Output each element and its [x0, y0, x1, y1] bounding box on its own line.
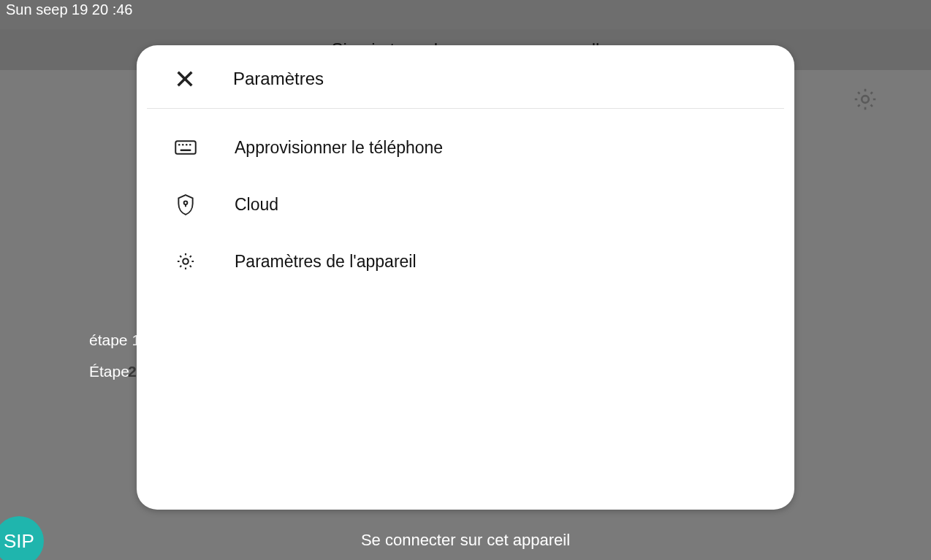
footer-signin-label: Se connecter sur cet appareil — [361, 531, 570, 549]
step-2-number: 2 — [128, 363, 137, 380]
gear-icon[interactable] — [852, 86, 878, 112]
settings-item-provision-phone[interactable]: Approvisionner le téléphone — [173, 119, 758, 176]
sip-badge[interactable]: SIP — [0, 516, 44, 560]
settings-list: Approvisionner le téléphone Cloud Paramè… — [137, 109, 794, 300]
svg-rect-3 — [175, 141, 196, 154]
step-2: Étape2 — [89, 363, 140, 380]
settings-item-label: Paramètres de l'appareil — [235, 252, 417, 272]
settings-item-device-settings[interactable]: Paramètres de l'appareil — [173, 233, 758, 290]
keyboard-icon — [173, 135, 198, 160]
status-datetime: Sun seep 19 20 :46 — [6, 1, 132, 18]
gear-icon — [173, 249, 198, 274]
modal-header: Paramètres — [147, 45, 784, 109]
settings-item-label: Approvisionner le téléphone — [235, 138, 443, 158]
step-1-label: étape 1 — [89, 331, 140, 348]
settings-modal: Paramètres Approvisionner le téléphone — [137, 45, 794, 510]
step-2-label: Étape — [89, 363, 129, 380]
status-bar: Sun seep 19 20 :46 — [0, 0, 931, 29]
svg-point-9 — [184, 202, 188, 205]
footer-signin-text[interactable]: Se connecter sur cet appareil — [0, 531, 931, 550]
svg-point-0 — [862, 96, 869, 103]
steps-list: étape 1 Étape2 — [89, 331, 140, 394]
sip-badge-label: SIP — [4, 530, 34, 553]
settings-item-label: Cloud — [235, 195, 278, 215]
modal-title: Paramètres — [233, 69, 324, 89]
step-1: étape 1 — [89, 331, 140, 348]
svg-point-11 — [183, 258, 188, 264]
settings-item-cloud[interactable]: Cloud — [173, 176, 758, 233]
shield-icon — [173, 192, 198, 217]
close-icon[interactable] — [173, 67, 197, 91]
